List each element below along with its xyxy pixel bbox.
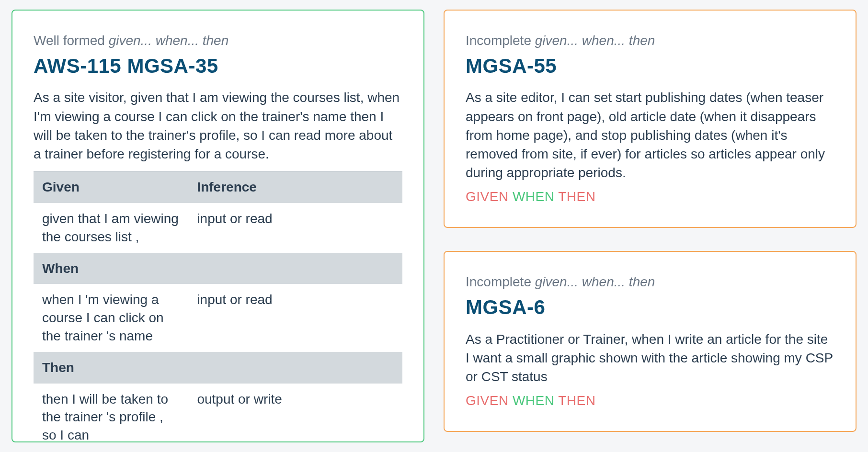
status-prefix: Incomplete bbox=[466, 33, 535, 48]
card-title: MGSA-55 bbox=[466, 53, 834, 80]
card-title: AWS-115 MGSA-35 bbox=[34, 53, 402, 80]
tag-when: WHEN bbox=[513, 189, 555, 204]
gwt-inference-text: input or read bbox=[188, 284, 402, 351]
status-prefix: Incomplete bbox=[466, 274, 535, 289]
tag-given: GIVEN bbox=[466, 189, 509, 204]
gwt-table: GivenInferencegiven that I am viewing th… bbox=[34, 171, 402, 442]
gwt-section-header: Given bbox=[34, 171, 188, 203]
status-italic: given... when... then bbox=[535, 33, 655, 48]
gwt-clause-text: then I will be taken to the trainer 's p… bbox=[34, 384, 188, 442]
gwt-clause-text: when I 'm viewing a course I can click o… bbox=[34, 284, 188, 351]
gwt-tags: GIVEN WHEN THEN bbox=[466, 392, 834, 410]
card-well-formed: Well formed given... when... then AWS-11… bbox=[11, 10, 424, 442]
gwt-inference-header: Inference bbox=[188, 171, 402, 203]
gwt-tags: GIVEN WHEN THEN bbox=[466, 188, 834, 206]
card-title: MGSA-6 bbox=[466, 294, 834, 321]
gwt-section-header: When bbox=[34, 253, 188, 284]
tag-then: THEN bbox=[558, 189, 595, 204]
card-body: As a site editor, I can set start publis… bbox=[466, 88, 834, 182]
tag-given: GIVEN bbox=[466, 393, 509, 408]
gwt-inference-text: input or read bbox=[188, 203, 402, 253]
card-body: As a Practitioner or Trainer, when I wri… bbox=[466, 330, 834, 386]
tag-then: THEN bbox=[558, 393, 595, 408]
status-prefix: Well formed bbox=[34, 33, 109, 48]
status-italic: given... when... then bbox=[109, 33, 229, 48]
status-line: Well formed given... when... then bbox=[34, 32, 402, 50]
status-line: Incomplete given... when... then bbox=[466, 32, 834, 50]
status-line: Incomplete given... when... then bbox=[466, 273, 834, 291]
tag-when: WHEN bbox=[513, 393, 555, 408]
gwt-inference-header bbox=[188, 253, 402, 284]
card-incomplete: Incomplete given... when... thenMGSA-6As… bbox=[444, 251, 857, 432]
gwt-section-header: Then bbox=[34, 352, 188, 384]
gwt-table-wrap: GivenInferencegiven that I am viewing th… bbox=[34, 171, 402, 442]
gwt-inference-text: output or write bbox=[188, 384, 402, 442]
gwt-clause-text: given that I am viewing the courses list… bbox=[34, 203, 188, 253]
gwt-inference-header bbox=[188, 352, 402, 384]
card-body: As a site visitor, given that I am viewi… bbox=[34, 88, 402, 163]
card-incomplete: Incomplete given... when... thenMGSA-55A… bbox=[444, 10, 857, 228]
status-italic: given... when... then bbox=[535, 274, 655, 289]
